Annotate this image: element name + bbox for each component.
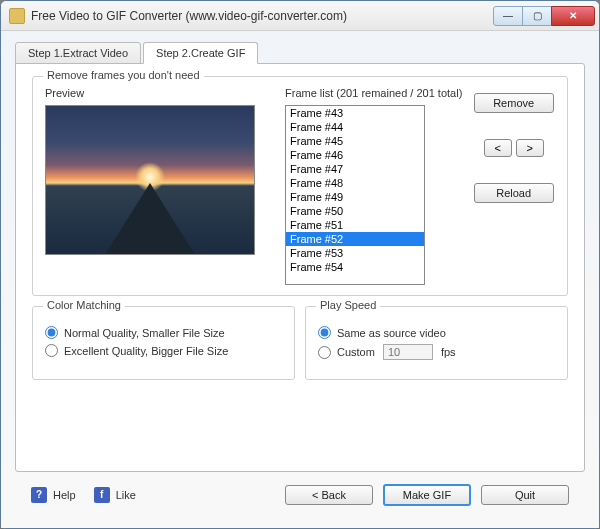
maximize-button[interactable]: ▢ xyxy=(522,6,552,26)
help-label: Help xyxy=(53,489,76,501)
radio-custom-speed-input[interactable] xyxy=(318,346,331,359)
list-item[interactable]: Frame #51 xyxy=(286,218,424,232)
radio-normal-quality-input[interactable] xyxy=(45,326,58,339)
radio-excellent-quality-label: Excellent Quality, Bigger File Size xyxy=(64,345,228,357)
list-item[interactable]: Frame #49 xyxy=(286,190,424,204)
next-frame-button[interactable]: > xyxy=(516,139,544,157)
content-area: Step 1.Extract Video Step 2.Create GIF R… xyxy=(1,31,599,528)
list-item[interactable]: Frame #48 xyxy=(286,176,424,190)
list-item[interactable]: Frame #50 xyxy=(286,204,424,218)
bottom-row: Color Matching Normal Quality, Smaller F… xyxy=(32,306,568,380)
list-item[interactable]: Frame #43 xyxy=(286,106,424,120)
tabs: Step 1.Extract Video Step 2.Create GIF xyxy=(15,42,585,64)
make-gif-button[interactable]: Make GIF xyxy=(383,484,471,506)
radio-same-speed-input[interactable] xyxy=(318,326,331,339)
list-item[interactable]: Frame #54 xyxy=(286,260,424,274)
minimize-button[interactable]: — xyxy=(493,6,523,26)
list-item[interactable]: Frame #47 xyxy=(286,162,424,176)
list-item[interactable]: Frame #53 xyxy=(286,246,424,260)
play-speed-group: Play Speed Same as source video Custom f… xyxy=(305,306,568,380)
window-title: Free Video to GIF Converter (www.video-g… xyxy=(31,9,494,23)
radio-same-speed[interactable]: Same as source video xyxy=(318,326,555,339)
list-item[interactable]: Frame #52 xyxy=(286,232,424,246)
tab-extract-video[interactable]: Step 1.Extract Video xyxy=(15,42,141,64)
frame-listbox[interactable]: Frame #43Frame #44Frame #45Frame #46Fram… xyxy=(285,105,425,285)
footer: ? Help f Like < Back Make GIF Quit xyxy=(15,472,585,518)
frame-buttons: Remove < > Reload xyxy=(472,87,555,285)
tab-panel: Remove frames you don't need Preview Fra… xyxy=(15,63,585,472)
radio-custom-speed-label: Custom xyxy=(337,346,375,358)
radio-normal-quality[interactable]: Normal Quality, Smaller File Size xyxy=(45,326,282,339)
fps-unit: fps xyxy=(441,346,456,358)
help-icon: ? xyxy=(31,487,47,503)
window-controls: — ▢ ✕ xyxy=(494,6,595,26)
radio-custom-speed[interactable]: Custom xyxy=(318,346,375,359)
close-button[interactable]: ✕ xyxy=(551,6,595,26)
preview-column: Preview xyxy=(45,87,265,285)
back-button[interactable]: < Back xyxy=(285,485,373,505)
app-icon xyxy=(9,8,25,24)
radio-normal-quality-label: Normal Quality, Smaller File Size xyxy=(64,327,225,339)
help-link[interactable]: ? Help xyxy=(31,487,76,503)
preview-image xyxy=(45,105,255,255)
like-label: Like xyxy=(116,489,136,501)
frames-group: Remove frames you don't need Preview Fra… xyxy=(32,76,568,296)
prev-frame-button[interactable]: < xyxy=(484,139,512,157)
list-item[interactable]: Frame #46 xyxy=(286,148,424,162)
titlebar[interactable]: Free Video to GIF Converter (www.video-g… xyxy=(1,1,599,31)
tab-create-gif[interactable]: Step 2.Create GIF xyxy=(143,42,258,64)
color-matching-label: Color Matching xyxy=(43,299,125,311)
color-matching-group: Color Matching Normal Quality, Smaller F… xyxy=(32,306,295,380)
frames-group-label: Remove frames you don't need xyxy=(43,69,204,81)
play-speed-label: Play Speed xyxy=(316,299,380,311)
frame-list-label: Frame list (201 remained / 201 total) xyxy=(285,87,462,99)
radio-excellent-quality-input[interactable] xyxy=(45,344,58,357)
radio-same-speed-label: Same as source video xyxy=(337,327,446,339)
frame-list-column: Frame list (201 remained / 201 total) Fr… xyxy=(285,87,555,285)
quit-button[interactable]: Quit xyxy=(481,485,569,505)
preview-label: Preview xyxy=(45,87,265,99)
fps-input[interactable] xyxy=(383,344,433,360)
radio-excellent-quality[interactable]: Excellent Quality, Bigger File Size xyxy=(45,344,282,357)
remove-button[interactable]: Remove xyxy=(474,93,554,113)
list-item[interactable]: Frame #45 xyxy=(286,134,424,148)
list-item[interactable]: Frame #44 xyxy=(286,120,424,134)
facebook-icon: f xyxy=(94,487,110,503)
like-link[interactable]: f Like xyxy=(94,487,136,503)
reload-button[interactable]: Reload xyxy=(474,183,554,203)
app-window: Free Video to GIF Converter (www.video-g… xyxy=(0,0,600,529)
